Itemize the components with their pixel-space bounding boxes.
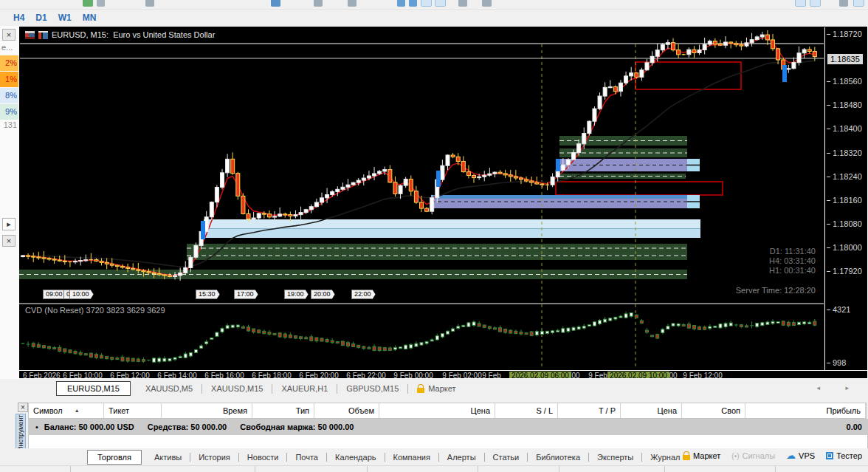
toolbar-icon[interactable] [397, 0, 405, 7]
chart-window[interactable]: EURUSD, M15: Euro vs United States Dolla… [18, 26, 868, 379]
column-header-цена[interactable]: Цена [621, 403, 682, 418]
status-market[interactable]: Маркет [683, 451, 720, 460]
toolbar-icon[interactable] [839, 0, 848, 7]
dock-count-label: 131 [0, 120, 17, 129]
toolbar-icon[interactable] [348, 0, 356, 7]
chart-tab[interactable]: XAUUSD,M15 [202, 382, 272, 395]
column-header-t / p[interactable]: T / P [558, 403, 621, 418]
price-tick: 1.18160 [833, 196, 862, 205]
time-label: 6 Feb 18:00 [252, 372, 291, 379]
toolbar-icon[interactable] [409, 0, 417, 7]
time-label: 9 Feb 00:00 [393, 372, 433, 379]
tab-5[interactable]: Компания [385, 450, 438, 465]
session-time-tag: 20:00 [311, 290, 335, 299]
close-icon[interactable]: × [2, 29, 16, 41]
orders-table-body[interactable] [28, 435, 868, 448]
status-market-label: Маркет [693, 451, 720, 460]
price-tick: 1.18080 [833, 219, 862, 228]
toolbar-icon[interactable] [482, 0, 492, 7]
toolbar-icon[interactable] [83, 0, 93, 7]
footer-separator [70, 466, 71, 472]
status-signals[interactable]: (•) Сигналы [731, 451, 775, 460]
timeframe-w1[interactable]: W1 [58, 13, 72, 23]
column-header-тип[interactable]: Тип [252, 403, 314, 418]
crosshair-time-label: 2026.02.09 10:00 [607, 372, 669, 379]
change-badge: 9% [0, 104, 18, 120]
toolbar-icon[interactable] [810, 0, 821, 7]
tab-0[interactable]: Активы [146, 450, 190, 465]
toolbar-icon[interactable] [271, 0, 280, 7]
change-badge: 1% [0, 72, 18, 87]
expand-arrow-icon[interactable]: ▸ [2, 218, 16, 230]
toolbar-icon[interactable] [314, 0, 323, 7]
tab-2[interactable]: Новости [239, 450, 287, 465]
session-time-tag: 17:00 [234, 290, 258, 299]
price-axis[interactable]: 1.187201.185601.184801.184001.183201.182… [824, 27, 868, 370]
price-tick: 1.18480 [833, 100, 862, 109]
footer-separator [664, 466, 665, 472]
tab-8[interactable]: Библиотека [528, 450, 588, 465]
tab-4[interactable]: Календарь [327, 450, 385, 465]
tab-7[interactable]: Статьи [485, 450, 528, 465]
timeframe-mn[interactable]: MN [83, 13, 97, 23]
tab-trade[interactable]: Торговля [87, 450, 142, 465]
tab-1[interactable]: История [190, 450, 238, 465]
toolbar-icon[interactable] [458, 0, 467, 7]
column-header-время[interactable]: Время [162, 403, 252, 418]
status-signals-label: Сигналы [742, 451, 775, 460]
mt5-terminal: H4D1W1MN × e... 2%1%8%9% 131 ▸ × EURUSD,… [0, 0, 868, 472]
close-icon[interactable]: × [2, 235, 16, 247]
status-tester[interactable]: Тестер [826, 451, 862, 460]
toolbar-icon[interactable] [421, 0, 432, 7]
status-bar: Маркет (•) Сигналы ☁ VPS Тестер [677, 451, 862, 460]
chart-tab-active[interactable]: EURUSD,M15 [56, 381, 131, 396]
chart-tab[interactable]: XAUUSD,M5 [137, 382, 202, 395]
chart-tab[interactable]: GBPUSD,M15 [337, 382, 407, 395]
time-label: 6 Feb 16:00 [204, 372, 244, 379]
footer-separator [559, 466, 559, 472]
tab-6[interactable]: Алерты [439, 450, 484, 465]
status-tester-label: Тестер [836, 451, 862, 460]
session-time-tag: 09:00 [43, 290, 67, 299]
server-time: Server Time: 12:28:20 [736, 286, 816, 295]
toolbar-icon[interactable] [97, 0, 105, 7]
timeframe-h4[interactable]: H4 [13, 13, 24, 23]
column-header-символ[interactable]: Символ▲ [29, 403, 104, 418]
toolbar-icon[interactable] [145, 0, 154, 7]
status-vps[interactable]: ☁ VPS [786, 451, 815, 460]
timeframe-bar: H4D1W1MN [0, 10, 868, 26]
chart-tab[interactable]: XAUEUR,H1 [272, 382, 337, 395]
status-vps-label: VPS [799, 451, 815, 460]
countdown-line: D1: 11:31:40 [736, 247, 816, 256]
orders-table-header[interactable]: Символ▲ТикетВремяТипОбъемЦенаS / LT / PЦ… [28, 403, 867, 419]
current-price-label: 1.18635 [827, 54, 863, 64]
left-dock-panel: × e... 2%1%8%9% 131 ▸ × [0, 26, 18, 379]
toolbar-icon[interactable] [853, 0, 864, 7]
chart-tab-market[interactable]: Маркет [408, 382, 464, 395]
toolbar-icon[interactable] [435, 0, 446, 7]
column-header-прибыль[interactable]: Прибыль [745, 403, 866, 418]
time-label: 9 Feb 12:00 [683, 372, 722, 379]
toolbar-icon[interactable] [795, 0, 806, 7]
tab-scroll-arrows[interactable]: ◂ ▸ [816, 384, 861, 391]
close-icon[interactable]: × [18, 403, 28, 412]
footer-separator [255, 466, 255, 472]
time-axis[interactable]: 6 Feb 20266 Feb 10:006 Feb 12:006 Feb 14… [19, 370, 868, 379]
chart-symbol-icon [38, 31, 48, 39]
time-label: 6 Feb 2026 [23, 372, 61, 379]
footer-separator [367, 466, 368, 472]
price-chart[interactable] [19, 27, 868, 379]
column-header-объем[interactable]: Объем [314, 403, 379, 418]
time-label: 6 Feb 14:00 [157, 372, 196, 379]
dock-tab-instrument[interactable]: Инструмент [16, 414, 26, 452]
column-header-тикет[interactable]: Тикет [104, 403, 162, 418]
column-header-цена[interactable]: Цена [379, 403, 495, 418]
tab-9[interactable]: Эксперты [589, 450, 641, 465]
time-label: 6 Feb 12:00 [110, 372, 149, 379]
tab-3[interactable]: Почта [287, 450, 326, 465]
chart-tab-market-label: Маркет [428, 384, 455, 393]
timeframe-d1[interactable]: D1 [35, 13, 46, 23]
column-header-s / l[interactable]: S / L [495, 403, 558, 418]
column-header-своп[interactable]: Своп [682, 403, 745, 418]
balance-row[interactable]: •Баланс: 50 000.00 USDСредства: 50 000.0… [28, 419, 868, 435]
